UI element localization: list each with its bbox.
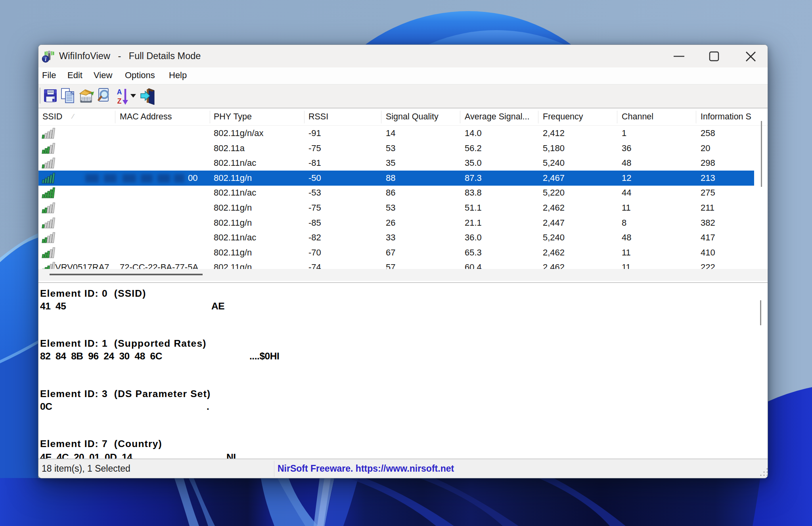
svg-text:A: A — [117, 88, 122, 96]
svg-text:i: i — [45, 56, 46, 62]
svg-text:Z: Z — [117, 97, 122, 105]
